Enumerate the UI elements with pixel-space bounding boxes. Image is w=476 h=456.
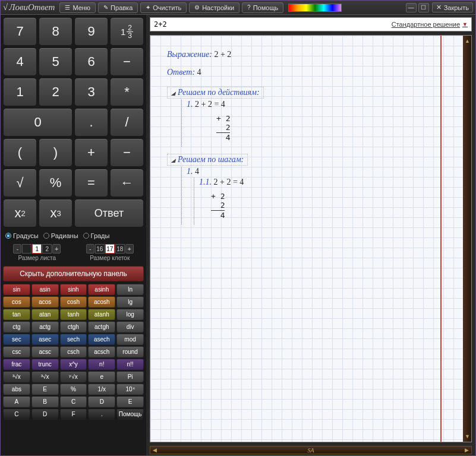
radio-grads[interactable]: Грады <box>83 232 110 239</box>
key-1[interactable]: 1 <box>3 78 37 106</box>
key-x2[interactable]: x2 <box>3 199 37 227</box>
key-multiply[interactable]: * <box>110 78 144 106</box>
func-sec[interactable]: sec <box>3 334 30 345</box>
solution-type-select[interactable]: Стандартное решение ▼ <box>392 21 468 28</box>
sheet-val-1[interactable]: 1 <box>32 244 42 254</box>
func-e[interactable]: e <box>88 371 115 382</box>
func-frac[interactable]: frac <box>3 359 30 370</box>
func-x[interactable]: ³√x <box>3 371 30 382</box>
color-strip[interactable] <box>288 4 342 12</box>
key-7[interactable]: 7 <box>3 17 37 46</box>
func-n[interactable]: n!! <box>116 359 144 370</box>
func-x[interactable]: ʸ√x <box>60 371 87 382</box>
edit-button[interactable]: ✎Правка <box>98 2 138 13</box>
func-cos[interactable]: cos <box>3 296 30 308</box>
func-E[interactable]: E <box>116 396 144 407</box>
radio-radians[interactable]: Радианы <box>43 232 78 239</box>
func-ln[interactable]: ln <box>116 284 144 295</box>
key-answer[interactable]: Ответ <box>74 199 144 227</box>
func-ctgh[interactable]: ctgh <box>60 321 87 332</box>
func-div[interactable]: div <box>116 321 144 332</box>
func-[interactable]: . <box>88 408 115 420</box>
cell-inc[interactable]: + <box>125 244 134 254</box>
func-n[interactable]: n! <box>88 359 115 370</box>
func-1x[interactable]: 1/x <box>88 384 115 395</box>
func-atanh[interactable]: atanh <box>88 309 115 320</box>
func-A[interactable]: A <box>3 396 30 407</box>
key-9[interactable]: 9 <box>74 17 108 46</box>
hide-panel-button[interactable]: Скрыть дополнительную панель <box>3 266 144 281</box>
sheet-dec[interactable]: - <box>13 244 21 254</box>
func-E[interactable]: E <box>31 384 59 395</box>
clear-button[interactable]: ✦Очистить <box>140 2 187 13</box>
func-asech[interactable]: asech <box>88 334 115 345</box>
key-5[interactable]: 5 <box>39 48 72 76</box>
maximize-button[interactable]: ☐ <box>418 3 429 12</box>
func-abs[interactable]: abs <box>3 384 30 395</box>
menu-button[interactable]: ☰Меню <box>59 2 96 13</box>
cell-val-1[interactable]: 17 <box>105 244 115 254</box>
key-6[interactable]: 6 <box>74 48 108 76</box>
func-acsch[interactable]: acsch <box>88 346 115 357</box>
func-round[interactable]: round <box>116 346 144 357</box>
cell-val-0[interactable]: 16 <box>95 244 105 254</box>
key-3[interactable]: 3 <box>74 78 108 106</box>
func-sech[interactable]: sech <box>60 334 87 345</box>
func-atan[interactable]: atan <box>31 309 59 320</box>
func-asinh[interactable]: asinh <box>88 284 115 295</box>
key-lparen[interactable]: ( <box>3 138 37 167</box>
radio-degrees[interactable]: Градусы <box>5 232 39 239</box>
func-acosh[interactable]: acosh <box>88 296 115 308</box>
func-tanh[interactable]: tanh <box>60 309 87 320</box>
sheet-inc[interactable]: + <box>52 244 61 254</box>
func-C[interactable]: C <box>3 408 30 420</box>
key-minus[interactable]: − <box>110 48 144 76</box>
key-equals[interactable]: = <box>74 169 108 197</box>
func-ctg[interactable]: ctg <box>3 321 30 332</box>
key-0[interactable]: 0 <box>3 108 72 137</box>
key-8[interactable]: 8 <box>39 17 72 46</box>
settings-button[interactable]: ⚙Настройки <box>189 2 239 13</box>
func-trunc[interactable]: trunc <box>31 359 59 370</box>
help-button[interactable]: ?Помощь <box>242 2 283 13</box>
sheet-val-2[interactable]: 2 <box>42 244 52 254</box>
func-mod[interactable]: mod <box>116 334 144 345</box>
func-log[interactable]: log <box>116 309 144 320</box>
func-B[interactable]: B <box>31 396 59 407</box>
key-plus[interactable]: + <box>74 138 108 167</box>
func-cosh[interactable]: cosh <box>60 296 87 308</box>
func-[interactable]: % <box>60 384 87 395</box>
cell-dec[interactable]: - <box>86 244 94 254</box>
func-sinh[interactable]: sinh <box>60 284 87 295</box>
close-button[interactable]: ✕Закрыть <box>432 2 473 12</box>
func-D[interactable]: D <box>31 408 59 420</box>
func-C[interactable]: C <box>60 396 87 407</box>
func-asec[interactable]: asec <box>31 334 59 345</box>
func-actg[interactable]: actg <box>31 321 59 332</box>
func-asin[interactable]: asin <box>31 284 59 295</box>
horizontal-scrollbar[interactable]: ◀ SA ▶ <box>150 446 472 454</box>
func-tan[interactable]: tan <box>3 309 30 320</box>
key-percent[interactable]: % <box>39 169 72 197</box>
func-csc[interactable]: csc <box>3 346 30 357</box>
vertical-scrollbar[interactable]: ▲ ▼ <box>463 36 471 442</box>
key-fraction[interactable]: 1 23 <box>110 17 144 46</box>
func-F[interactable]: F <box>60 408 87 420</box>
key-x3[interactable]: x3 <box>39 199 72 227</box>
key-neg[interactable]: − <box>110 138 144 167</box>
func-actgh[interactable]: actgh <box>88 321 115 332</box>
minimize-button[interactable]: — <box>406 3 417 12</box>
func-acsc[interactable]: acsc <box>31 346 59 357</box>
key-sqrt[interactable]: √ <box>3 169 37 197</box>
func-acos[interactable]: acos <box>31 296 59 308</box>
key-dot[interactable]: . <box>74 108 108 137</box>
cell-val-2[interactable]: 18 <box>115 244 125 254</box>
key-4[interactable]: 4 <box>3 48 37 76</box>
func-Pi[interactable]: Pi <box>116 371 144 382</box>
expression-input[interactable] <box>154 20 392 28</box>
func-xy[interactable]: x^y <box>60 359 87 370</box>
func-x[interactable]: ³√x <box>31 371 59 382</box>
func-sin[interactable]: sin <box>3 284 30 295</box>
func-[interactable]: Помощь <box>116 408 144 420</box>
func-lg[interactable]: lg <box>116 296 144 308</box>
